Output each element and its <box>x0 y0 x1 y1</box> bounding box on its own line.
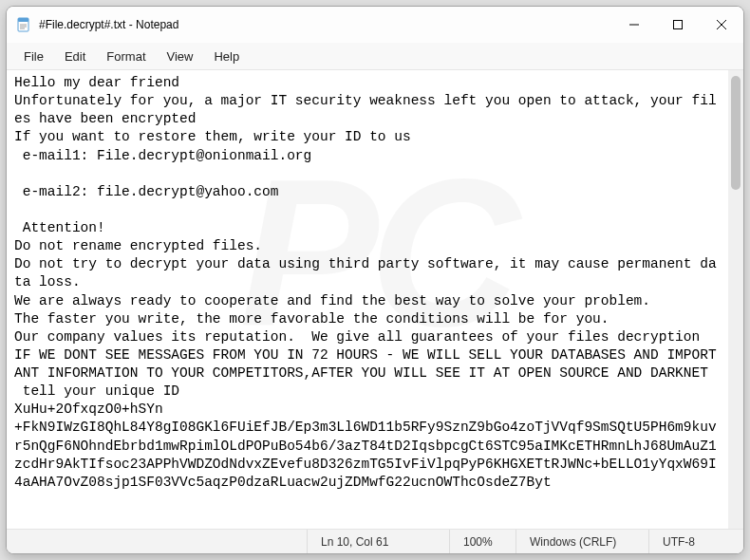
notepad-window: #File.decrypt#.txt - Notepad File Edit F… <box>6 6 744 554</box>
svg-rect-6 <box>674 21 683 29</box>
text-content[interactable]: Hello my dear friend Unfortunately for y… <box>7 70 728 529</box>
close-button[interactable] <box>700 7 743 43</box>
minimize-button[interactable] <box>612 7 656 43</box>
menu-edit[interactable]: Edit <box>55 47 95 66</box>
maximize-button[interactable] <box>656 7 700 43</box>
titlebar[interactable]: #File.decrypt#.txt - Notepad <box>7 7 743 43</box>
editor-area: Hello my dear friend Unfortunately for y… <box>7 69 743 530</box>
notepad-app-icon <box>16 17 31 32</box>
status-position: Ln 10, Col 61 <box>307 530 449 553</box>
menubar: File Edit Format View Help <box>7 43 743 69</box>
svg-rect-1 <box>18 18 28 22</box>
statusbar: Ln 10, Col 61 100% Windows (CRLF) UTF-8 <box>7 530 743 553</box>
status-line-ending: Windows (CRLF) <box>516 530 648 553</box>
vertical-scrollbar[interactable] <box>728 70 743 529</box>
status-encoding: UTF-8 <box>648 530 743 553</box>
window-title: #File.decrypt#.txt - Notepad <box>39 18 612 31</box>
menu-file[interactable]: File <box>14 47 53 66</box>
menu-view[interactable]: View <box>158 47 203 66</box>
status-zoom: 100% <box>449 530 516 553</box>
scrollbar-thumb[interactable] <box>731 76 741 190</box>
menu-format[interactable]: Format <box>97 47 155 66</box>
menu-help[interactable]: Help <box>204 47 249 66</box>
window-controls <box>612 7 743 43</box>
